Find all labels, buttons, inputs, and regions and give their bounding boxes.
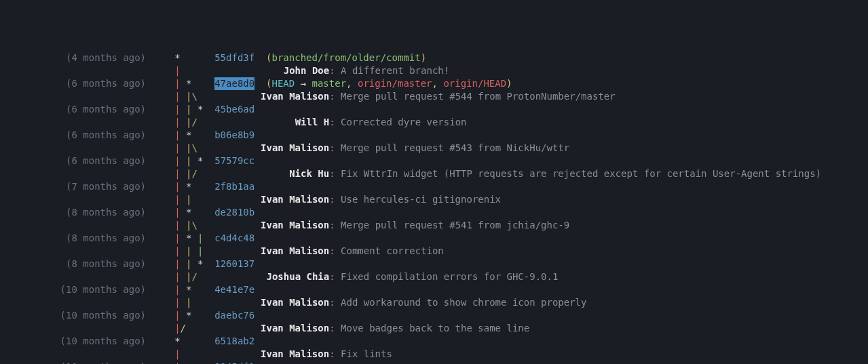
git-log-commit-line: (6 months ago) | * b06e8b9 [0, 129, 868, 142]
branch-ref: branched/from/older/commit [271, 52, 420, 63]
commit-age: (6 months ago) [0, 77, 146, 90]
commit-age: (10 months ago) [0, 309, 146, 322]
commit-age: (6 months ago) [0, 129, 146, 142]
graph-segment: * [174, 361, 180, 364]
graph-segment: | * [174, 180, 191, 193]
git-log-commit-line: (6 months ago) | | * 57579cc [0, 155, 868, 167]
head-refs: (HEAD → master, origin/master, origin/HE… [254, 77, 512, 90]
git-log-detail-line: | |\ Ivan Malison: Merge pull request #5… [0, 142, 868, 155]
remote-branch: origin/master [358, 78, 432, 89]
commit-hash[interactable]: 1260137 [214, 258, 254, 270]
commit-hash[interactable]: daebc76 [214, 309, 254, 322]
git-log-detail-line: | |/ Will H: Corrected dyre version [0, 116, 868, 129]
git-log-detail-line: |/ Ivan Malison: Move badges back to the… [0, 322, 868, 335]
git-log-commit-line: (4 months ago) * 55dfd3f (branched/from/… [0, 52, 868, 64]
graph-segment: | * [174, 309, 191, 322]
git-log-detail-line: | |/ Nick Hu: Fix WttrIn widget (HTTP re… [0, 167, 868, 180]
commit-hash[interactable]: de2810b [214, 206, 254, 219]
commit-age: (10 months ago) [0, 335, 146, 348]
commit-message: Use hercules-ci gitignorenix [341, 193, 501, 206]
git-log-commit-line: (6 months ago) | | * 45be6ad [0, 103, 868, 116]
commit-hash[interactable]: 55dfd3f [214, 52, 254, 64]
graph-segment: | * | [174, 232, 203, 245]
graph-segment: | * [174, 206, 191, 219]
graph-segment: | [174, 64, 180, 77]
graph-segment: | * [174, 77, 191, 90]
graph-segment: | * [174, 129, 191, 142]
git-log-commit-line: (10 months ago) | * daebc76 [0, 309, 868, 322]
commit-hash[interactable]: 2f8b1aa [214, 180, 254, 193]
git-log-detail-line: | |/ Joshua Chia: Fixed compilation erro… [0, 270, 868, 283]
git-log-commit-line: (8 months ago) | * | c4d4c48 [0, 232, 868, 245]
commit-message: A different branch! [341, 64, 449, 77]
git-log-detail-line: | | Ivan Malison: Add workaround to show… [0, 296, 868, 309]
git-log-commit-line: (8 months ago) | * de2810b [0, 206, 868, 219]
git-log-commit-line: (6 months ago) | * 47ae8d0 (HEAD → maste… [0, 77, 868, 90]
commit-age: (8 months ago) [0, 232, 146, 245]
commit-hash[interactable]: 1845df1 [214, 361, 254, 364]
graph-segment: | | * [174, 155, 203, 167]
commit-author: Ivan Malison [261, 220, 329, 230]
graph-segment: |/ [174, 322, 186, 335]
local-branch: master [312, 78, 347, 89]
git-log-commit-line: (10 months ago) * 1845df1 [0, 361, 868, 364]
commit-age: (6 months ago) [0, 155, 146, 167]
commit-author: Ivan Malison [261, 297, 329, 308]
commit-age: (8 months ago) [0, 206, 146, 219]
graph-segment: * [174, 335, 180, 348]
commit-hash[interactable]: 6518ab2 [214, 335, 254, 348]
commit-hash[interactable]: 45be6ad [214, 103, 254, 116]
graph-segment: | | | [174, 245, 203, 258]
commit-author: Ivan Malison [261, 194, 329, 205]
commit-hash[interactable]: 47ae8d0 [214, 77, 254, 90]
commit-hash[interactable]: b06e8b9 [214, 129, 254, 142]
git-log-detail-line: | |\ Ivan Malison: Merge pull request #5… [0, 90, 868, 103]
commit-message: Merge pull request #544 from ProtonNumbe… [341, 90, 616, 103]
commit-author: Ivan Malison [261, 245, 329, 256]
git-log-detail-line: | |\ Ivan Malison: Merge pull request #5… [0, 219, 868, 232]
commit-age: (10 months ago) [0, 361, 146, 364]
graph-segment: | |\ [174, 219, 197, 232]
git-log-detail-line: | | Ivan Malison: Use hercules-ci gitign… [0, 193, 868, 206]
commit-author: John Doe [284, 65, 329, 76]
commit-message: Corrected dyre version [341, 116, 466, 129]
commit-author: Ivan Malison [261, 323, 329, 333]
commit-author: Nick Hu [289, 168, 329, 179]
graph-segment: | * [174, 283, 191, 296]
commit-message: Add workaround to show chrome icon prope… [341, 296, 586, 309]
commit-age: (10 months ago) [0, 283, 146, 296]
commit-message: Fix lints [341, 348, 392, 361]
commit-hash[interactable]: 4e41e7e [214, 283, 254, 296]
commit-age: (6 months ago) [0, 103, 146, 116]
git-log-detail-line: | John Doe: A different branch! [0, 64, 868, 77]
refs: (branched/from/older/commit) [254, 52, 426, 64]
graph-segment: | [174, 348, 180, 361]
graph-segment: | |/ [174, 270, 197, 283]
commit-age: (8 months ago) [0, 258, 146, 270]
commit-hash[interactable]: c4d4c48 [214, 232, 254, 245]
commit-message: Merge pull request #543 from NickHu/wttr [341, 142, 569, 155]
git-log-commit-line: (8 months ago) | | * 1260137 [0, 258, 868, 270]
commit-hash[interactable]: 57579cc [214, 155, 254, 167]
commit-age: (7 months ago) [0, 180, 146, 193]
graph-segment: | |\ [174, 142, 197, 155]
graph-segment: | |/ [174, 167, 197, 180]
commit-message: Move badges back to the same line [341, 322, 529, 335]
graph-segment: | | * [174, 103, 203, 116]
graph-segment: | |\ [174, 90, 197, 103]
commit-message: Fix WttrIn widget (HTTP requests are rej… [341, 167, 821, 180]
commit-author: Will H [295, 117, 330, 127]
commit-author: Ivan Malison [261, 142, 329, 153]
git-log-detail-line: | Ivan Malison: Fix lints [0, 348, 868, 361]
git-log-commit-line: (10 months ago) | * 4e41e7e [0, 283, 868, 296]
head-ref: HEAD [272, 78, 295, 89]
commit-message: Merge pull request #541 from jchia/ghc-9 [341, 219, 569, 232]
git-log-commit-line: (7 months ago) | * 2f8b1aa [0, 180, 868, 193]
graph-segment: | | [174, 296, 191, 309]
graph-segment: | |/ [174, 116, 197, 129]
commit-message: Comment correction [341, 245, 444, 258]
commit-author: Ivan Malison [261, 348, 329, 359]
git-log-detail-line: | | | Ivan Malison: Comment correction [0, 245, 868, 258]
commit-author: Ivan Malison [261, 91, 329, 102]
graph-segment: | | * [174, 258, 203, 270]
